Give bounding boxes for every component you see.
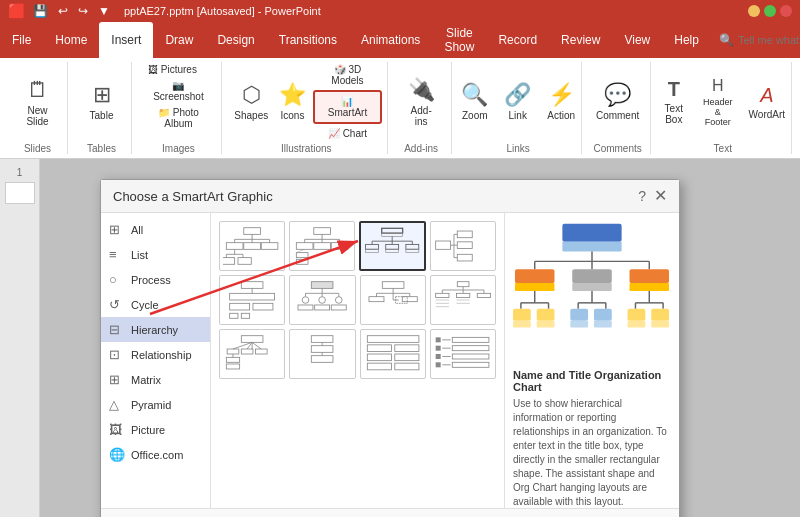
- action-button[interactable]: ⚡ Action: [541, 71, 581, 133]
- layout-6[interactable]: [289, 275, 355, 325]
- close-button[interactable]: [780, 5, 792, 17]
- layouts-panel: [211, 213, 504, 508]
- save-qa-icon[interactable]: 💾: [31, 4, 50, 18]
- undo-qa-icon[interactable]: ↩: [56, 4, 70, 18]
- svg-rect-49: [241, 282, 263, 289]
- chart-button[interactable]: 📈 Chart: [313, 126, 383, 141]
- svg-rect-96: [255, 349, 267, 354]
- customize-qa-icon[interactable]: ▼: [96, 4, 112, 18]
- cat-picture[interactable]: 🖼 Picture: [101, 417, 210, 442]
- layout-10[interactable]: [289, 329, 355, 379]
- svg-point-62: [302, 297, 309, 304]
- cat-cycle[interactable]: ↺ Cycle: [101, 292, 210, 317]
- svg-rect-138: [630, 269, 670, 283]
- slide-number: 1: [17, 167, 23, 178]
- layout-4[interactable]: [430, 221, 496, 271]
- cat-officecom[interactable]: 🌐 Office.com: [101, 442, 210, 467]
- tab-file[interactable]: File: [0, 22, 43, 58]
- svg-rect-92: [241, 336, 263, 343]
- 3d-models-button[interactable]: 🎲 3D Models: [313, 62, 383, 88]
- smartart-button[interactable]: 📊 SmartArt: [321, 94, 375, 120]
- maximize-button[interactable]: [764, 5, 776, 17]
- tab-slideshow[interactable]: Slide Show: [432, 22, 486, 58]
- comment-button[interactable]: 💬 Comment: [590, 71, 645, 133]
- shapes-button[interactable]: ⬡ Shapes: [230, 71, 272, 133]
- group-links: 🔍 Zoom 🔗 Link ⚡ Action Links: [456, 62, 582, 154]
- layout-9[interactable]: [219, 329, 285, 379]
- tab-animations[interactable]: Animations: [349, 22, 432, 58]
- cat-list[interactable]: ≡ List: [101, 242, 210, 267]
- tab-design[interactable]: Design: [205, 22, 266, 58]
- minimize-button[interactable]: [748, 5, 760, 17]
- new-slide-button[interactable]: 🗒 NewSlide: [16, 71, 60, 133]
- svg-rect-118: [435, 346, 440, 351]
- cat-all[interactable]: ⊞ All: [101, 217, 210, 242]
- svg-rect-34: [366, 244, 379, 249]
- cat-matrix[interactable]: ⊞ Matrix: [101, 367, 210, 392]
- zoom-button[interactable]: 🔍 Zoom: [455, 71, 494, 133]
- tab-transitions[interactable]: Transitions: [267, 22, 349, 58]
- svg-rect-112: [394, 354, 418, 361]
- cat-pyramid[interactable]: △ Pyramid: [101, 392, 210, 417]
- svg-rect-47: [457, 242, 472, 249]
- photo-album-button[interactable]: Choose a SmartArt Graphic 📁 Photo Album: [144, 105, 213, 131]
- tab-draw[interactable]: Draw: [153, 22, 205, 58]
- icons-button[interactable]: ⭐ Icons: [274, 71, 310, 133]
- header-footer-button[interactable]: H Header& Footer: [696, 71, 740, 133]
- cat-hierarchy[interactable]: ⊟ Hierarchy: [101, 317, 210, 342]
- preview-svg: [513, 221, 671, 361]
- svg-rect-137: [572, 283, 612, 291]
- svg-rect-22: [314, 243, 331, 250]
- svg-rect-51: [230, 293, 275, 300]
- tab-record[interactable]: Record: [486, 22, 549, 58]
- smartart-dialog: Choose a SmartArt Graphic ? ✕ ⊞ All ≡ Li…: [100, 179, 680, 517]
- tab-help[interactable]: Help: [662, 22, 711, 58]
- group-addins: 🔌 Add-ins Add-ins: [392, 62, 452, 154]
- search-input[interactable]: [738, 34, 800, 46]
- svg-rect-110: [394, 345, 418, 352]
- tab-home[interactable]: Home: [43, 22, 99, 58]
- wordart-button[interactable]: A WordArt: [744, 71, 790, 133]
- textbox-button[interactable]: T TextBox: [656, 71, 692, 133]
- layout-5[interactable]: [219, 275, 285, 325]
- addins-icon: 🔌: [408, 77, 435, 103]
- layout-2[interactable]: [289, 221, 355, 271]
- tab-review[interactable]: Review: [549, 22, 612, 58]
- icons-icon: ⭐: [279, 82, 306, 108]
- tab-insert[interactable]: Insert: [99, 22, 153, 58]
- svg-rect-161: [628, 321, 646, 328]
- redo-qa-icon[interactable]: ↪: [76, 4, 90, 18]
- screenshot-button[interactable]: 📷 Screenshot: [144, 78, 213, 104]
- cat-process[interactable]: ○ Process: [101, 267, 210, 292]
- link-button[interactable]: 🔗 Link: [498, 71, 537, 133]
- svg-rect-102: [226, 364, 239, 369]
- addins-button[interactable]: 🔌 Add-ins: [399, 71, 443, 133]
- slide-panel: 1: [0, 159, 40, 517]
- svg-rect-123: [452, 354, 489, 359]
- layout-12[interactable]: [430, 329, 496, 379]
- table-button[interactable]: ⊞ Table: [80, 71, 124, 133]
- dialog-close-icon[interactable]: ✕: [654, 188, 667, 204]
- svg-rect-101: [226, 357, 239, 362]
- tab-view[interactable]: View: [612, 22, 662, 58]
- title-bar-title: pptAE27.pptm [Autosaved] - PowerPoint: [124, 5, 321, 17]
- main-area: 1 Choose a SmartArt Graphic ? ✕ ⊞ A: [0, 159, 800, 517]
- svg-rect-84: [435, 293, 448, 297]
- svg-rect-135: [515, 283, 555, 291]
- svg-rect-108: [367, 336, 419, 343]
- svg-rect-36: [386, 244, 399, 249]
- title-bar: 🟥 💾 ↩ ↪ ▼ pptAE27.pptm [Autosaved] - Pow…: [0, 0, 800, 22]
- dialog-help-icon[interactable]: ?: [638, 188, 646, 204]
- layout-7[interactable]: [360, 275, 426, 325]
- layout-3[interactable]: [359, 221, 425, 271]
- svg-rect-144: [513, 309, 531, 321]
- layout-11[interactable]: [360, 329, 426, 379]
- layout-8[interactable]: [430, 275, 496, 325]
- cat-relationship[interactable]: ⊡ Relationship: [101, 342, 210, 367]
- categories-panel: ⊞ All ≡ List ○ Process ↺ Cycle: [101, 213, 211, 508]
- link-icon: 🔗: [504, 82, 531, 108]
- layout-1[interactable]: [219, 221, 285, 271]
- svg-rect-39: [406, 249, 419, 252]
- slide-thumbnail[interactable]: [5, 182, 35, 204]
- pictures-button[interactable]: 🖼 Pictures: [144, 62, 201, 77]
